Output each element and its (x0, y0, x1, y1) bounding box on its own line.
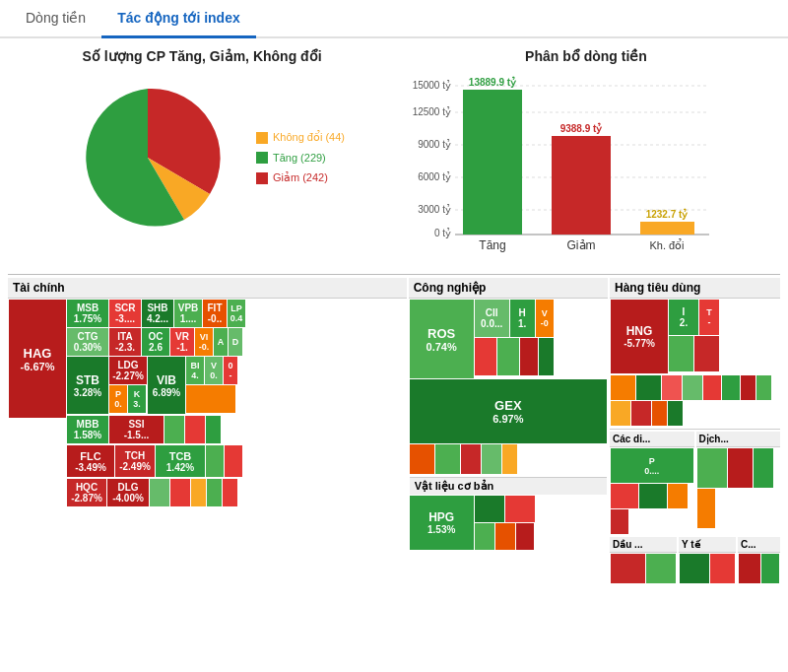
stock-FIT[interactable]: FIT-0.. (203, 300, 227, 327)
stock-cn5[interactable] (410, 444, 434, 474)
stock-MBB[interactable]: MBB1.58% (67, 416, 108, 443)
cong-nghiep-top: ROS 0.74% CII0.0... H1. V-0 (410, 300, 607, 378)
stock-e1[interactable] (164, 416, 184, 443)
stock-d4[interactable] (697, 489, 715, 528)
stock-CII[interactable]: CII0.0... (475, 300, 509, 337)
stock-HPG[interactable]: HPG 1.53% (410, 496, 474, 550)
stock-ef1[interactable] (206, 445, 224, 477)
stock-htd4[interactable] (636, 375, 661, 400)
stock-ef7[interactable] (223, 479, 237, 506)
stock-cdi3[interactable] (668, 484, 688, 508)
stock-P[interactable]: P0.... (611, 448, 693, 483)
stock-FLC[interactable]: FLC -3.49% (67, 445, 114, 477)
stock-cc1[interactable] (739, 554, 760, 583)
stock-SSI[interactable]: SSI-1.5... (109, 416, 164, 443)
stock-extra1[interactable] (186, 385, 235, 413)
stock-vl4[interactable] (495, 523, 515, 550)
stock-e2[interactable] (185, 416, 205, 443)
stock-ef2[interactable] (225, 445, 242, 477)
bar-giam (552, 136, 611, 235)
stock-cdi4[interactable] (611, 509, 628, 534)
stock-STB[interactable]: STB 3.28% (67, 357, 108, 414)
stock-cn1[interactable] (475, 338, 496, 375)
stock-d3[interactable] (754, 448, 773, 488)
stock-VIB[interactable]: VIB 6.89% (148, 357, 185, 414)
stock-D[interactable]: D (229, 328, 242, 356)
stock-0[interactable]: 0- (224, 357, 237, 384)
stock-e3[interactable] (206, 416, 221, 443)
stock-cdi2[interactable] (639, 484, 667, 508)
stock-cn8[interactable] (482, 444, 501, 474)
stock-DLG[interactable]: DLG-4.00% (107, 479, 149, 506)
stock-I[interactable]: I2. (669, 300, 698, 335)
stock-vl5[interactable] (516, 523, 534, 550)
stock-V-cn[interactable]: V-0 (536, 300, 554, 337)
stock-H[interactable]: H1. (510, 300, 535, 337)
stock-vl1[interactable] (475, 496, 504, 522)
y-te-body (679, 553, 736, 584)
stock-cn7[interactable] (461, 444, 481, 474)
y-label-3000: 3000 tỷ (418, 204, 451, 215)
stock-VIBsub[interactable]: P0. (109, 385, 127, 413)
stock-BI[interactable]: BI4. (186, 357, 204, 384)
stock-ef5[interactable] (191, 479, 206, 506)
stock-GEX[interactable]: GEX 6.97% (410, 379, 607, 443)
stock-vl2[interactable] (505, 496, 535, 522)
stock-TCH[interactable]: TCH-2.49% (115, 445, 155, 477)
stock-yt1[interactable] (680, 554, 709, 583)
stock-htd7[interactable] (703, 375, 721, 400)
stock-ITA[interactable]: ITA-2.3. (109, 328, 141, 356)
stock-ef4[interactable] (170, 479, 190, 506)
stock-htd9[interactable] (741, 375, 755, 400)
stock-TCB[interactable]: TCB 1.42% (156, 445, 205, 477)
stock-htd10[interactable] (756, 375, 771, 400)
stock-SHB[interactable]: SHB4.2... (142, 300, 173, 327)
stock-VPB[interactable]: VPB1.... (174, 300, 202, 327)
stock-vl3[interactable] (475, 523, 494, 550)
stock-cn9[interactable] (502, 444, 517, 474)
stock-htd11[interactable] (611, 401, 630, 426)
stock-CTG[interactable]: CTG0.30% (67, 328, 108, 356)
stock-ef3[interactable] (150, 479, 169, 506)
stock-ROS[interactable]: ROS 0.74% (410, 300, 474, 378)
stock-da1[interactable] (611, 554, 645, 583)
stock-VI[interactable]: VI-0. (195, 328, 213, 356)
stock-yt2[interactable] (710, 554, 735, 583)
stock-htd6[interactable] (683, 375, 702, 400)
stock-HQC[interactable]: HQC-2.87% (67, 479, 106, 506)
stock-htd3[interactable] (611, 375, 635, 400)
tab-tac-dong[interactable]: Tác động tới index (101, 0, 256, 38)
stock-da2[interactable] (646, 554, 676, 583)
stock-htd1[interactable] (669, 336, 693, 371)
stock-VR[interactable]: VR-1. (170, 328, 194, 356)
stock-cn3[interactable] (520, 338, 538, 375)
stock-K[interactable]: K3. (128, 385, 146, 413)
stock-HAG[interactable]: HAG -6.67% (9, 300, 66, 418)
stock-A[interactable]: A (214, 328, 228, 356)
stock-htd8[interactable] (722, 375, 740, 400)
stock-htd2[interactable] (694, 336, 719, 371)
stock-ef6[interactable] (207, 479, 222, 506)
stock-LP[interactable]: LP0.4 (228, 300, 245, 327)
stock-MSB-ticker: MSB (77, 302, 98, 313)
stock-cn6[interactable] (435, 444, 460, 474)
stock-MSB[interactable]: MSB1.75% (67, 300, 108, 327)
stock-SCR[interactable]: SCR-3.... (109, 300, 141, 327)
stock-OC[interactable]: OC2.6 (142, 328, 169, 356)
stock-d1[interactable] (697, 448, 727, 488)
stock-cc2[interactable] (761, 554, 779, 583)
stock-htd13[interactable] (652, 401, 667, 426)
stock-cn2[interactable] (497, 338, 519, 375)
stock-V[interactable]: V0. (205, 357, 223, 384)
stock-LDG[interactable]: LDG-2.27% (109, 357, 147, 384)
tab-dong-tien[interactable]: Dòng tiền (10, 0, 101, 36)
stock-htd12[interactable] (631, 401, 651, 426)
stock-d2[interactable] (728, 448, 753, 488)
stock-htd5[interactable] (662, 375, 682, 400)
stock-cn4[interactable] (539, 338, 554, 375)
stock-TCB-pct: 1.42% (166, 462, 194, 473)
stock-T[interactable]: T- (699, 300, 719, 335)
stock-HNG[interactable]: HNG -5.77% (611, 300, 668, 373)
stock-htd14[interactable] (668, 401, 683, 426)
stock-cdi1[interactable] (611, 484, 638, 508)
